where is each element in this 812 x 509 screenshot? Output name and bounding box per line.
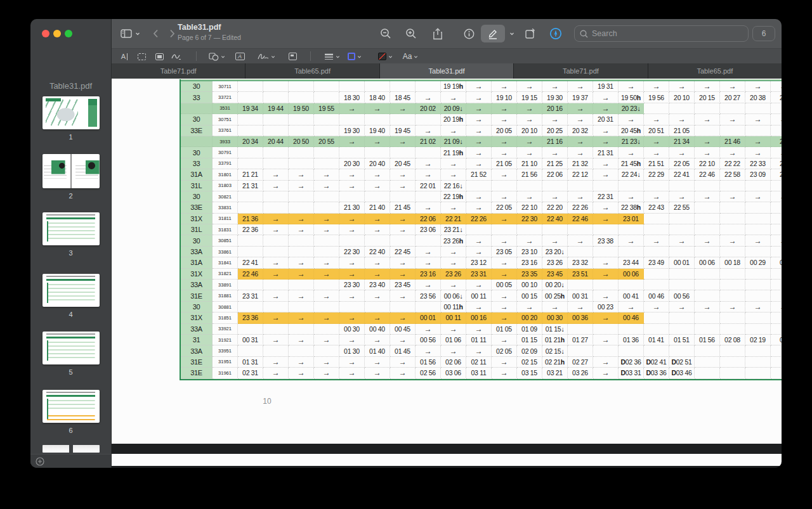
border-color-tool[interactable] <box>344 50 365 63</box>
page-thumbnail-1[interactable] <box>43 96 100 129</box>
text-box-tool[interactable]: A <box>233 50 247 63</box>
time-cell: 23 12 <box>466 257 492 268</box>
close-button[interactable] <box>42 30 49 37</box>
time-cell <box>289 302 314 312</box>
time-cell: → <box>390 312 416 323</box>
time-cell: → <box>365 257 390 268</box>
time-cell <box>314 92 339 103</box>
time-cell: 20 25 <box>542 126 568 136</box>
time-cell: → <box>339 368 365 378</box>
time-cell: → <box>466 114 492 125</box>
zoom-out-button[interactable] <box>377 25 395 42</box>
page-thumbnail-5[interactable] <box>43 332 100 364</box>
page-thumbnail-6[interactable] <box>43 390 100 423</box>
tab-table31-pdf[interactable]: Table31.pdf <box>380 63 514 79</box>
time-cell: 20 <box>771 92 782 103</box>
time-cell <box>263 345 289 356</box>
note-tool[interactable] <box>285 50 299 63</box>
time-cell <box>593 280 619 290</box>
tab-table71-pdf[interactable]: Table71.pdf <box>112 63 246 79</box>
time-cell: → <box>441 324 466 335</box>
time-cell <box>568 224 593 235</box>
toolbar-divider <box>310 51 311 61</box>
shape-style-tool[interactable] <box>321 50 343 63</box>
rotate-button[interactable] <box>521 25 539 42</box>
time-cell: → <box>365 103 390 114</box>
route-cell: 31 <box>181 335 213 345</box>
page-thumbnail-2[interactable] <box>43 154 100 188</box>
time-cell: → <box>720 235 745 246</box>
time-cell <box>644 280 669 290</box>
time-cell <box>771 224 782 235</box>
time-cell: 21 31 <box>593 147 619 158</box>
tab-label: Table71.pdf <box>563 67 599 75</box>
sign-tool[interactable] <box>255 50 278 63</box>
forward-button[interactable] <box>165 25 179 42</box>
time-cell: → <box>466 345 492 356</box>
time-cell: 01 56 <box>695 335 720 345</box>
markup-options-button[interactable] <box>508 25 516 42</box>
time-cell: 21 31 <box>238 181 263 191</box>
time-cell: → <box>466 92 492 103</box>
time-cell <box>365 114 390 125</box>
redact-tool[interactable] <box>152 50 166 63</box>
markup-toolbar: A A <box>112 48 782 63</box>
time-cell: 23 26 <box>542 257 568 268</box>
add-page-icon[interactable] <box>36 457 44 466</box>
page-thumbnail-7-partial[interactable] <box>43 445 100 453</box>
minimize-button[interactable] <box>53 30 61 37</box>
time-cell: 20 27 <box>720 92 745 103</box>
fill-color-icon <box>378 53 386 60</box>
markup-button[interactable] <box>481 25 505 42</box>
filled-rect-icon <box>155 53 164 60</box>
zoom-button[interactable] <box>65 30 72 37</box>
time-cell: 23 20↓ <box>542 247 568 257</box>
fill-color-tool[interactable] <box>374 50 396 63</box>
page-thumbnail-4[interactable] <box>43 274 100 307</box>
time-cell <box>720 126 745 136</box>
time-cell <box>771 103 782 114</box>
shapes-tool[interactable] <box>206 50 228 63</box>
tab-table65-pdf[interactable]: Table65.pdf <box>246 63 379 79</box>
back-button[interactable] <box>148 25 162 42</box>
time-cell: 03 15 <box>517 368 542 378</box>
time-cell: 00 06 <box>695 257 720 268</box>
time-cell <box>263 235 289 246</box>
page-thumbnail-3[interactable] <box>43 212 100 245</box>
sidebar-toggle-button[interactable] <box>118 25 142 42</box>
time-cell: → <box>289 169 314 180</box>
time-cell: → <box>492 103 517 114</box>
time-cell <box>644 345 669 356</box>
zoom-in-button[interactable] <box>402 25 420 42</box>
route-cell: 33E <box>181 202 213 213</box>
time-cell <box>619 280 644 290</box>
time-cell: 02 19 <box>745 335 771 345</box>
time-cell <box>314 126 339 136</box>
timetable-row: 31X3181121 36→→→→→→22 0622 2122 26→22 30… <box>181 214 782 224</box>
time-cell <box>263 302 289 312</box>
rectangular-selection-tool[interactable] <box>134 50 148 63</box>
share-button[interactable] <box>429 25 447 42</box>
time-cell <box>593 324 619 335</box>
text-selection-tool[interactable]: A <box>117 50 131 63</box>
autofill-button[interactable] <box>547 25 565 42</box>
time-cell: 20 23↓ <box>619 103 644 114</box>
route-cell: 31E <box>181 290 213 301</box>
time-cell: → <box>593 214 619 224</box>
info-button[interactable] <box>460 25 478 42</box>
sketch-tool[interactable] <box>169 50 183 63</box>
search-input[interactable]: Search <box>574 25 749 42</box>
run-number-cell: 30711 <box>213 81 238 92</box>
time-cell <box>314 191 339 202</box>
time-cell: → <box>466 126 492 136</box>
tab-table65-pdf[interactable]: Table65.pdf <box>648 63 782 79</box>
page-number-badge[interactable]: 6 <box>752 26 775 41</box>
time-cell: → <box>568 147 593 158</box>
time-cell: → <box>517 114 542 125</box>
text-style-tool[interactable]: Aa <box>398 50 422 63</box>
route-cell: 31X <box>181 214 213 224</box>
time-cell: → <box>263 214 289 224</box>
time-cell <box>289 235 314 246</box>
time-cell: 22 22 <box>720 158 745 169</box>
tab-table71-pdf[interactable]: Table71.pdf <box>514 63 648 79</box>
